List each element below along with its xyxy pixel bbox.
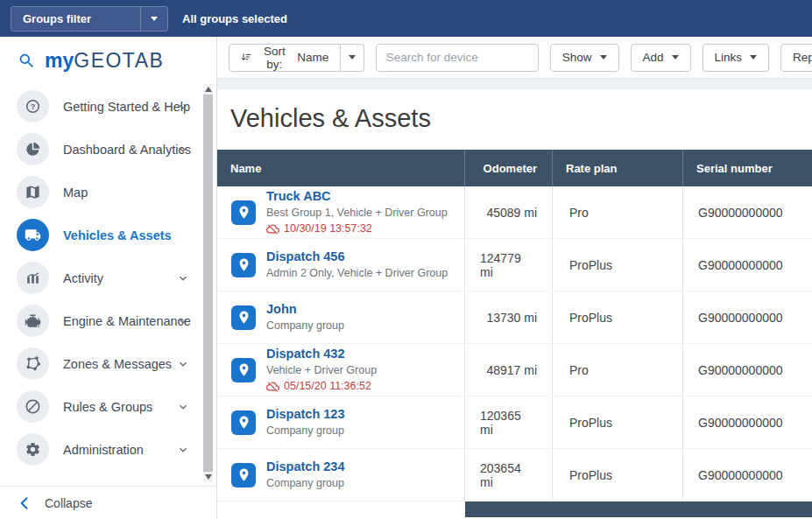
vehicle-name-link[interactable]: Dispatch 123	[266, 407, 344, 422]
links-button[interactable]: Links	[703, 44, 770, 72]
groups-filter-caret[interactable]	[140, 7, 167, 31]
sidebar-item-administration[interactable]: Administration	[0, 428, 216, 471]
toolbar-button-label: Show	[562, 51, 592, 64]
toolbar: Sort by: Name Show Add Links Report	[217, 37, 812, 79]
vehicle-groups: Company group	[266, 424, 344, 438]
name-stack: Dispatch 432 Vehicle + Driver Group 05/1…	[266, 347, 377, 392]
vehicle-groups: Company group	[266, 319, 344, 333]
report-button[interactable]: Report	[780, 44, 812, 72]
chevron-down-icon	[176, 400, 190, 414]
vehicle-name-link[interactable]: John	[266, 302, 344, 317]
sidebar-scrollbar[interactable]	[203, 84, 213, 482]
location-pin-icon	[231, 358, 256, 382]
name-cell: Dispatch 432 Vehicle + Driver Group 05/1…	[217, 344, 465, 396]
content: Vehicles & Assets Name Odometer Rate pla…	[217, 89, 812, 519]
chevron-down-icon	[176, 100, 190, 114]
show-button[interactable]: Show	[550, 44, 619, 72]
triangle-up-icon	[205, 87, 212, 92]
last-comm: 05/15/20 11:36:52	[266, 380, 377, 393]
name-cell: Dispatch 123 Company group	[217, 396, 465, 448]
last-comm-time: 05/15/20 11:36:52	[284, 380, 371, 393]
chevron-down-icon	[176, 357, 190, 371]
collapse-label: Collapse	[45, 496, 92, 510]
serial-number-cell: G90000000000	[683, 291, 812, 343]
chevron-down-icon	[176, 143, 190, 157]
sort-button[interactable]: Sort by: Name	[229, 44, 341, 72]
logo: myGEOTAB	[0, 37, 216, 85]
sidebar-item-rules-groups[interactable]: Rules & Groups	[0, 385, 216, 428]
scroll-down-button[interactable]	[203, 472, 213, 482]
nav-item-label: Engine & Maintenance	[63, 314, 191, 328]
mygeotab-app: Groups filter All groups selected myGEOT…	[0, 0, 812, 519]
location-pin-icon	[231, 253, 256, 277]
nav-item-label: Zones & Messages	[63, 357, 172, 371]
name-cell: Truck ABC Best Group 1, Vehicle + Driver…	[217, 186, 465, 238]
sidebar-item-dashboard-analytics[interactable]: Dashboard & Analytics	[0, 128, 216, 171]
vehicle-groups: Vehicle + Driver Group	[266, 364, 377, 377]
table-row[interactable]: Dispatch 123 Company group 120365 mi Pro…	[217, 396, 812, 449]
nav-item-label: Administration	[63, 443, 144, 457]
name-stack: Dispatch 456 Admin 2 Only, Vehicle + Dri…	[266, 249, 448, 279]
location-pin-icon	[231, 463, 256, 487]
vehicle-groups: Best Group 1, Vehicle + Driver Group	[266, 207, 448, 220]
table-row[interactable]: Dispatch 234 Company group 203654 mi Pro…	[217, 449, 812, 501]
block-icon	[17, 390, 49, 423]
column-header-rate-plan: Rate plan	[553, 150, 683, 186]
nav-item-label: Getting Started & Help	[63, 100, 190, 114]
sidebar-item-engine-maintenance[interactable]: Engine & Maintenance	[0, 299, 216, 342]
rate-plan-cell: ProPlus	[553, 291, 683, 343]
odometer-cell: 124779 mi	[465, 239, 553, 291]
dropdown-caret-icon	[349, 55, 356, 60]
vehicle-name-link[interactable]: Dispatch 432	[266, 347, 377, 361]
table-row[interactable]: Dispatch 432 Vehicle + Driver Group 05/1…	[217, 344, 812, 396]
name-cell: John Company group	[217, 291, 465, 343]
chevron-down-icon	[176, 314, 190, 328]
sort-caret-button[interactable]	[341, 44, 364, 72]
scroll-up-button[interactable]	[203, 84, 213, 95]
vehicle-name-link[interactable]: Truck ABC	[266, 189, 448, 204]
toolbar-button-label: Links	[715, 51, 743, 64]
gear-icon	[17, 433, 49, 466]
content-top-band	[217, 79, 812, 89]
sidebar-item-zones-messages[interactable]: Zones & Messages	[0, 342, 216, 385]
table-body: Truck ABC Best Group 1, Vehicle + Driver…	[217, 186, 812, 501]
last-comm: 10/30/19 13:57:32	[266, 222, 448, 235]
sidebar-item-getting-started-help[interactable]: ? Getting Started & Help	[0, 85, 216, 128]
sidebar-nav: ? Getting Started & Help Dashboard & Ana…	[0, 85, 216, 471]
sidebar-item-vehicles-assets[interactable]: Vehicles & Assets	[0, 214, 216, 256]
sort-value: Name	[297, 51, 328, 64]
location-pin-icon	[231, 305, 256, 330]
rate-plan-cell: ProPlus	[553, 449, 683, 501]
name-cell: Dispatch 456 Admin 2 Only, Vehicle + Dri…	[217, 239, 465, 291]
toolbar-buttons: Show Add Links Report	[550, 44, 812, 72]
dropdown-caret-icon	[750, 55, 757, 60]
chevron-down-icon	[176, 443, 190, 457]
search-icon[interactable]	[18, 52, 36, 70]
odometer-cell: 45089 mi	[465, 186, 553, 238]
scrollbar-thumb[interactable]	[203, 95, 213, 472]
rate-plan-cell: ProPlus	[553, 396, 683, 448]
collapse-button[interactable]: Collapse	[0, 486, 216, 519]
groups-filter-button[interactable]: Groups filter	[11, 6, 168, 32]
table-row[interactable]: John Company group 13730 mi ProPlus G900…	[217, 291, 812, 344]
sidebar-item-activity[interactable]: Activity	[0, 256, 216, 299]
table-row[interactable]: Dispatch 456 Admin 2 Only, Vehicle + Dri…	[217, 239, 812, 291]
name-stack: Truck ABC Best Group 1, Vehicle + Driver…	[266, 189, 448, 235]
vehicle-name-link[interactable]: Dispatch 456	[266, 249, 448, 264]
table-row[interactable]: Truck ABC Best Group 1, Vehicle + Driver…	[217, 186, 812, 239]
sidebar: myGEOTAB ? Getting Started & Help Dashbo…	[0, 37, 217, 519]
logo-my: my	[45, 49, 74, 72]
search-input[interactable]	[376, 44, 539, 72]
serial-number-cell: G90000000000	[683, 186, 812, 238]
vehicle-name-link[interactable]: Dispatch 234	[266, 459, 344, 474]
dropdown-caret-icon	[672, 55, 679, 60]
dropdown-caret-icon	[151, 17, 158, 21]
add-button[interactable]: Add	[631, 44, 691, 72]
sidebar-item-map[interactable]: Map	[0, 171, 216, 214]
serial-number-cell: G90000000000	[683, 239, 812, 291]
column-header-name: Name	[217, 150, 465, 186]
nav-item-label: Rules & Groups	[63, 400, 152, 414]
chevron-left-icon	[16, 494, 33, 512]
location-pin-icon	[231, 410, 256, 435]
sort-label: Sort by:	[259, 45, 289, 71]
